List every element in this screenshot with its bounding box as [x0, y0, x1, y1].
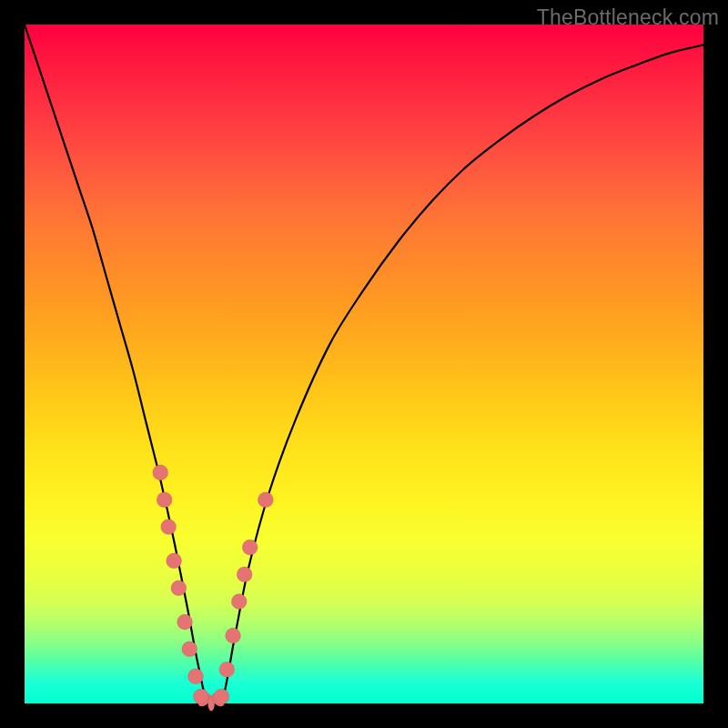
sample-dot: [231, 594, 247, 610]
sample-dot: [242, 540, 258, 555]
sample-dot: [167, 553, 182, 569]
bottleneck-curve: [25, 25, 703, 711]
sample-dot: [214, 689, 229, 704]
sample-dots-group: [153, 465, 274, 712]
chart-area: [25, 25, 703, 703]
sample-dot: [187, 669, 203, 684]
sample-dot: [177, 614, 193, 630]
sample-dot: [157, 492, 172, 508]
sample-dot: [153, 465, 168, 480]
sample-dot: [193, 689, 208, 704]
sample-dot: [171, 581, 187, 596]
sample-dot: [161, 520, 177, 535]
sample-dot: [258, 492, 273, 508]
sample-dot: [237, 567, 252, 582]
sample-dot: [182, 642, 197, 657]
bottleneck-plot: [25, 25, 703, 703]
sample-dot: [226, 628, 241, 643]
watermark-text: TheBottleneck.com: [537, 5, 719, 30]
sample-dot: [219, 662, 235, 677]
